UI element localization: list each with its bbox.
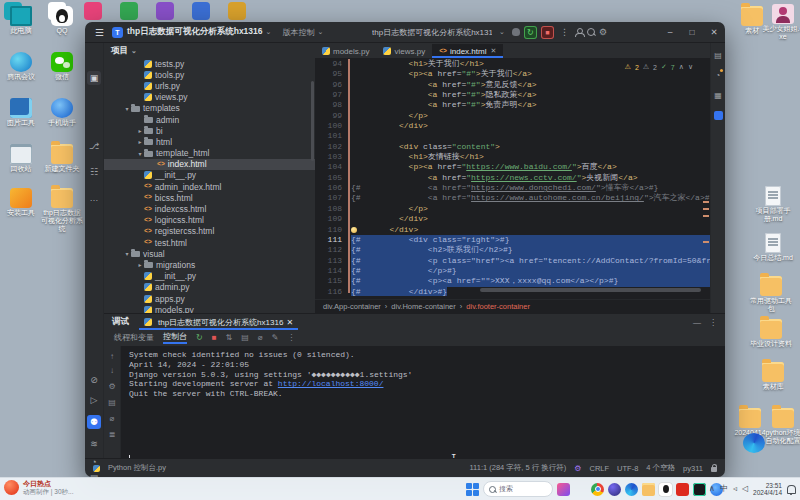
- vcs-widget[interactable]: 版本控制: [282, 27, 314, 38]
- line-number[interactable]: 105: [315, 173, 351, 183]
- tab-console[interactable]: 控制台: [163, 331, 187, 344]
- tree-item-bicss-html[interactable]: <>bicss.html: [104, 192, 315, 203]
- tab-threads-variables[interactable]: 线程和变量: [114, 332, 154, 343]
- close-tab-icon[interactable]: ✕: [286, 318, 293, 327]
- minimize-panel-icon[interactable]: —: [693, 318, 701, 327]
- code-line-101[interactable]: 101: [315, 131, 711, 141]
- main-menu-icon[interactable]: ☰: [95, 27, 104, 38]
- tree-item-template_html[interactable]: ▾template_html: [104, 148, 315, 159]
- tree-item-urls-py[interactable]: urls.py: [104, 80, 315, 91]
- desktop-icon[interactable]: 项目部署手册.md: [752, 186, 794, 223]
- desktop-shortcut-icon[interactable]: [192, 2, 210, 20]
- scroll-end-icon[interactable]: ≣: [107, 430, 117, 439]
- tree-item-logincss-html[interactable]: <>logincss.html: [104, 215, 315, 226]
- line-number[interactable]: 111: [315, 235, 351, 245]
- line-number[interactable]: 99: [315, 111, 351, 121]
- interpreter[interactable]: py311: [683, 464, 703, 473]
- more-tools-icon[interactable]: …: [87, 191, 101, 205]
- code-line-103[interactable]: 103 <h1>友情链接</h1>: [315, 152, 711, 162]
- tree-item-registercss-html[interactable]: <>registercss.html: [104, 226, 315, 237]
- taskbar-app-chrome[interactable]: [591, 483, 604, 496]
- tree-item-admin-py[interactable]: admin.py: [104, 282, 315, 293]
- line-number[interactable]: 98: [315, 100, 351, 110]
- line-number[interactable]: 115: [315, 276, 351, 286]
- breadcrumb-item[interactable]: div.footer-container: [466, 302, 530, 311]
- tree-item-index-html[interactable]: <>index.html: [104, 159, 315, 170]
- ime-indicator[interactable]: 中: [720, 480, 728, 498]
- code-line-108[interactable]: 108 </p>: [315, 204, 711, 214]
- status-gear-icon[interactable]: ⚙: [574, 464, 581, 473]
- code-viewport[interactable]: 94 <h1>关于我们</h1>95 <p><a href="#">关于我们</…: [315, 59, 711, 293]
- line-number[interactable]: 95: [315, 69, 351, 79]
- tree-item-__init__-py[interactable]: __init__.py: [104, 271, 315, 282]
- tree-item-bi[interactable]: ▸bi: [104, 125, 315, 136]
- network-icon[interactable]: ◃: [733, 480, 737, 498]
- desktop-icon[interactable]: 素材库: [752, 362, 794, 391]
- panel-options-icon[interactable]: ⋮: [709, 318, 717, 327]
- file-encoding[interactable]: UTF-8: [617, 464, 638, 473]
- step-icons[interactable]: ⇅: [226, 333, 233, 342]
- tree-chevron-icon[interactable]: ▾: [123, 250, 131, 257]
- code-line-112[interactable]: 112{# <h2>联系我们</h2>#}: [315, 245, 711, 255]
- line-separator[interactable]: CRLF: [590, 464, 610, 473]
- desktop-shortcut-icon[interactable]: [84, 2, 102, 20]
- notifications-icon[interactable]: [787, 485, 796, 494]
- taskbar-app-qq[interactable]: [659, 483, 672, 496]
- editor-area[interactable]: models.pyviews.py<>index.html✕ ⚠2 ⚠2 ✓7 …: [315, 43, 711, 313]
- volume-icon[interactable]: ◁: [742, 480, 748, 498]
- desktop-icon[interactable]: thp日志数据可视化分析系统: [41, 188, 83, 233]
- line-number[interactable]: 113: [315, 256, 351, 266]
- debug-console[interactable]: System check identified no issues (0 sil…: [121, 346, 725, 458]
- tree-item-indexcss-html[interactable]: <>indexcss.html: [104, 203, 315, 214]
- line-number[interactable]: 106: [315, 183, 351, 193]
- debug-icon[interactable]: [512, 28, 520, 36]
- desktop-icon[interactable]: 美少女姐姐.exe: [762, 4, 800, 41]
- code-line-111[interactable]: 111{# <div class="right">#}: [315, 235, 711, 245]
- desktop-icon[interactable]: [733, 433, 775, 453]
- desktop-shortcut-icon[interactable]: [228, 2, 246, 20]
- desktop-shortcut-icon[interactable]: [156, 2, 174, 20]
- tree-item-models-py[interactable]: models.py: [104, 304, 315, 313]
- desktop-icon[interactable]: 今日总结.md: [752, 233, 794, 262]
- code-line-96[interactable]: 96 <a href="#">意见反馈</a>: [315, 80, 711, 90]
- line-number[interactable]: 114: [315, 266, 351, 276]
- tree-chevron-icon[interactable]: ▸: [136, 261, 144, 268]
- breadcrumb-item[interactable]: div.Home-container: [391, 302, 455, 311]
- tab-views-py[interactable]: views.py: [376, 44, 432, 58]
- code-line-109[interactable]: 109 </div>: [315, 214, 711, 224]
- tree-item-views-py[interactable]: views.py: [104, 92, 315, 103]
- intention-bulb-icon[interactable]: [351, 227, 357, 233]
- line-number[interactable]: 108: [315, 204, 351, 214]
- line-number[interactable]: 112: [315, 245, 351, 255]
- code-line-99[interactable]: 99 </p>: [315, 111, 711, 121]
- tree-item-migrations[interactable]: ▸migrations: [104, 259, 315, 270]
- breadcrumb-item[interactable]: div.App-container: [323, 302, 381, 311]
- line-number[interactable]: 101: [315, 131, 351, 141]
- tree-item-__init__-py[interactable]: __init__.py: [104, 170, 315, 181]
- desktop-icon[interactable]: 安装工具: [0, 188, 42, 217]
- code-line-114[interactable]: 114{# </p>#}: [315, 266, 711, 276]
- caret-position[interactable]: 111:1 (284 字符, 5 行 换行符): [469, 463, 566, 473]
- tree-item-templates[interactable]: ▾templates: [104, 103, 315, 114]
- code-line-102[interactable]: 102 <div class="content">: [315, 142, 711, 152]
- project-name[interactable]: thp日志数据可视化分析系统hx1316: [127, 26, 263, 38]
- mute-breakpoints-icon[interactable]: ⌀: [258, 333, 263, 342]
- status-left[interactable]: Python 控制台.py: [108, 463, 166, 473]
- code-line-115[interactable]: 115{# <p><a href="">XXX，xxxx@qq.com</a><…: [315, 276, 711, 286]
- code-line-113[interactable]: 113{# <p class="href"><a href="tencent:/…: [315, 256, 711, 266]
- search-everywhere-icon[interactable]: [587, 28, 595, 36]
- desktop-icon[interactable]: 腾讯会议: [0, 52, 42, 81]
- code-line-104[interactable]: 104 <p><a href="https://www.baidu.com/">…: [315, 162, 711, 172]
- code-line-97[interactable]: 97 <a href="#">隐私政策</a>: [315, 90, 711, 100]
- start-button[interactable]: [466, 483, 479, 496]
- run-config-name[interactable]: thp日志数据可视化分析系统hx1316: [372, 27, 492, 38]
- tree-item-visual[interactable]: ▾visual: [104, 248, 315, 259]
- services-icon[interactable]: ≋: [87, 437, 101, 451]
- line-number[interactable]: 102: [315, 142, 351, 152]
- close-button[interactable]: ✕: [703, 22, 725, 42]
- next-issue-icon[interactable]: ∨: [688, 63, 693, 71]
- line-number[interactable]: 116: [315, 287, 351, 297]
- tree-item-tests-py[interactable]: tests.py: [104, 58, 315, 69]
- evaluate-icon[interactable]: ✎: [272, 333, 279, 342]
- tree-chevron-icon[interactable]: ▸: [136, 127, 144, 134]
